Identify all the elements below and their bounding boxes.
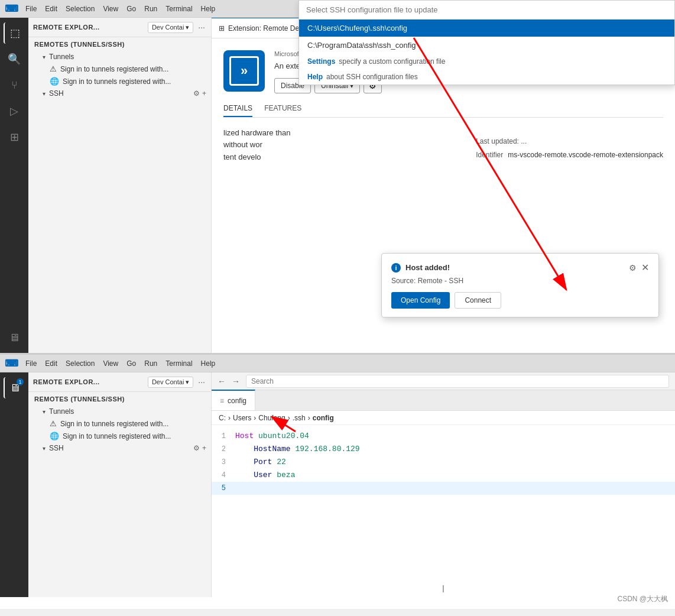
menu-terminal[interactable]: Terminal	[165, 5, 192, 13]
warning-icon-1: ⚠	[50, 64, 57, 73]
tree-sign-in-1[interactable]: ⚠ Sign in to tunnels registered with...	[28, 63, 211, 75]
ssh-config-input[interactable]	[299, 1, 674, 20]
extension-tabs: DETAILS FEATURES	[223, 100, 663, 118]
ext-tab-details[interactable]: DETAILS	[223, 100, 252, 117]
editor-tab-config[interactable]: ≡ config	[212, 390, 255, 410]
menu-help-bottom[interactable]: Help	[201, 359, 216, 368]
sidebar-dropdown-bottom[interactable]: Dev Contai ▾	[148, 377, 193, 388]
menu-view-bottom[interactable]: View	[103, 359, 118, 368]
dropdown-chevron-bottom-icon: ▾	[186, 378, 189, 386]
dropdown-chevron-icon: ▾	[186, 24, 189, 31]
menu-file-bottom[interactable]: File	[25, 359, 37, 368]
ssh-chevron-icon: ▾	[43, 90, 46, 97]
tree-sign-in-2-bottom[interactable]: 🌐 Sign in to tunnels registered with...	[28, 430, 211, 442]
activity-remote-bottom-icon[interactable]: 🖥 1	[4, 377, 25, 398]
vscode-logo-icon: ⌨	[5, 3, 18, 14]
identifier-section: Last updated: ... Identifier ms-vscode-r…	[476, 136, 663, 161]
line-num-5: 5	[212, 482, 235, 495]
menu-edit-bottom[interactable]: Edit	[45, 359, 57, 368]
sidebar-more-btn-bottom[interactable]: ···	[197, 376, 206, 388]
line-content-3: Port 22	[235, 456, 286, 468]
ssh-option-programdata-config[interactable]: C:\ProgramData\ssh\ssh_config	[299, 37, 674, 54]
nav-back-icon[interactable]: ←	[218, 377, 226, 386]
ssh-option-user-config[interactable]: C:\Users\Chufeng\.ssh\config	[299, 20, 674, 37]
activity-scm-icon[interactable]: ⑂	[4, 74, 25, 96]
menu-run-bottom[interactable]: Run	[144, 359, 157, 368]
menu-terminal-bottom[interactable]: Terminal	[165, 359, 192, 368]
sidebar-title-top: REMOTE EXPLOR...	[33, 24, 144, 31]
titlebar-bottom: ⌨ File Edit Selection View Go Run Termin…	[0, 355, 675, 372]
tree-tunnels-bottom[interactable]: ▾ Tunnels	[28, 406, 211, 417]
editor-tabs: ≡ config	[212, 390, 675, 411]
line-num-4: 4	[212, 469, 235, 482]
toast-close-button[interactable]: ✕	[641, 262, 649, 273]
tree-tunnels[interactable]: ▾ Tunnels	[28, 51, 211, 63]
code-line-5: 5	[212, 482, 675, 495]
breadcrumb-c: C:	[219, 414, 226, 422]
sidebar-bottom: REMOTE EXPLOR... Dev Contai ▾ ··· REMOTE…	[28, 372, 212, 597]
nav-forward-icon[interactable]: →	[232, 377, 240, 386]
menu-run[interactable]: Run	[144, 5, 157, 13]
toast-header: i Host added! ⚙ ✕	[391, 262, 649, 273]
top-screenshot: ⌨ File Edit Selection View Go Run Termin…	[0, 0, 675, 355]
menu-file[interactable]: File	[25, 5, 37, 13]
ssh-settings-icon[interactable]: ⚙	[193, 89, 200, 98]
cursor-indicator: |	[212, 579, 675, 597]
line-num-2: 2	[212, 443, 235, 456]
toast-buttons: Open Config Connect	[391, 292, 649, 309]
vscode-bottom-window: ⌨ File Edit Selection View Go Run Termin…	[0, 355, 675, 597]
menu-selection[interactable]: Selection	[66, 5, 95, 13]
ext-tab-features[interactable]: FEATURES	[264, 100, 301, 117]
ssh-add-icon[interactable]: +	[202, 89, 206, 98]
menu-selection-bottom[interactable]: Selection	[66, 359, 95, 368]
open-config-button[interactable]: Open Config	[391, 292, 450, 309]
code-line-2: 2 HostName 192.168.80.129	[212, 443, 675, 456]
activity-explorer-icon[interactable]: ⬚	[4, 22, 25, 44]
tab-icon: ⊞	[219, 24, 225, 33]
breadcrumb: C: › Users › Chufeng › .ssh › config	[212, 411, 675, 425]
menu-edit[interactable]: Edit	[45, 5, 57, 13]
ssh-hint-help: Help about SSH configuration files	[299, 69, 674, 85]
code-editor[interactable]: 1 Host ubuntu20.04 2 HostName 192.168.80…	[212, 425, 675, 579]
sidebar-title-bottom: REMOTE EXPLOR...	[33, 378, 144, 385]
code-line-4: 4 User beza	[212, 469, 675, 482]
activity-extensions-icon[interactable]: ⊞	[4, 127, 25, 148]
menu-go-bottom[interactable]: Go	[126, 359, 136, 368]
menu-help[interactable]: Help	[201, 5, 216, 13]
activity-search-icon[interactable]: 🔍	[4, 48, 25, 70]
menu-view[interactable]: View	[103, 5, 118, 13]
breadcrumb-ssh: .ssh	[293, 414, 306, 422]
ssh-config-dropdown[interactable]: C:\Users\Chufeng\.ssh\config C:\ProgramD…	[298, 0, 675, 85]
toast-gear-icon[interactable]: ⚙	[629, 263, 637, 273]
breadcrumb-chufeng: Chufeng	[258, 414, 285, 422]
sidebar-dropdown-top[interactable]: Dev Contai ▾	[148, 22, 193, 33]
line-content-1: Host ubuntu20.04	[235, 430, 309, 442]
watermark: CSDN @大大枫	[617, 594, 668, 604]
info-icon: i	[391, 263, 401, 273]
activity-debug-icon[interactable]: ▷	[4, 100, 25, 122]
globe-icon-2: 🌐	[50, 432, 59, 440]
tree-ssh[interactable]: ▾ SSH ⚙ +	[28, 87, 211, 99]
menu-bar-bottom: File Edit Selection View Go Run Terminal…	[25, 359, 215, 368]
sidebar-tree-bottom: ▾ Tunnels ⚠ Sign in to tunnels registere…	[28, 404, 211, 455]
line-content-2: HostName 192.168.80.129	[235, 443, 360, 455]
sidebar-top: REMOTE EXPLOR... Dev Contai ▾ ··· REMOTE…	[28, 18, 212, 353]
last-updated-label: Last updated: ...	[476, 136, 663, 147]
sidebar-section-label-bottom: REMOTES (TUNNELS/SSH)	[28, 392, 211, 404]
line-num-1: 1	[212, 430, 235, 443]
ssh-settings-bottom-icon[interactable]: ⚙	[193, 444, 200, 452]
tunnels-chevron-bottom-icon: ▾	[43, 408, 46, 415]
ssh-add-bottom-icon[interactable]: +	[202, 444, 206, 452]
identifier-value: ms-vscode-remote.vscode-remote-extension…	[508, 150, 663, 161]
tree-ssh-bottom[interactable]: ▾ SSH ⚙ +	[28, 442, 211, 454]
tree-sign-in-1-bottom[interactable]: ⚠ Sign in to tunnels registered with...	[28, 417, 211, 430]
activity-remote-icon[interactable]: 🖥	[4, 327, 25, 348]
sidebar-more-btn[interactable]: ···	[197, 21, 206, 33]
code-line-3: 3 Port 22	[212, 456, 675, 469]
notification-toast: i Host added! ⚙ ✕ Source: Remote - SSH O…	[381, 253, 659, 317]
toast-source: Source: Remote - SSH	[391, 277, 649, 285]
editor-search-input[interactable]	[246, 375, 669, 388]
tree-sign-in-2[interactable]: 🌐 Sign in to tunnels registered with...	[28, 75, 211, 87]
menu-go[interactable]: Go	[126, 5, 136, 13]
connect-button[interactable]: Connect	[455, 292, 501, 309]
